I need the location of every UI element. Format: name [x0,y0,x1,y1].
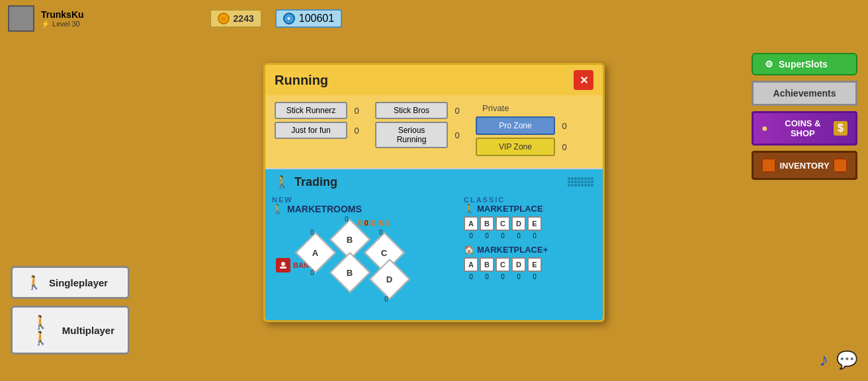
run-row-2: Just for fun 0 [275,122,362,139]
pro-zone-button[interactable]: Pro Zone [476,116,555,135]
vip-zone-count: 0 [559,142,570,152]
marketroom-icon: 🚶 [272,204,283,214]
serious-running-button[interactable]: Serious Running [375,122,448,148]
coins-shop-button[interactable]: ● COINS & SHOP $ [752,111,857,146]
gem-icon: ✦ [283,13,295,24]
dialog-header: Running ✕ [265,65,603,95]
mp-plus-slot-a[interactable]: A [464,257,478,272]
singleplayer-label: Singleplayer [49,277,108,288]
channel-count-2: 0 [452,130,462,140]
coins-shop-dollar: $ [834,121,847,136]
mp-plus-count-e: 0 [527,273,542,280]
coins-shop-label: COINS & SHOP [772,118,834,138]
mp-plus-count-a: 0 [464,273,478,280]
mp-slot-a[interactable]: A [464,216,478,231]
diamond-b2[interactable]: B [335,258,365,287]
mp-plus-slot-e[interactable]: E [527,257,542,272]
mp-counts-row1: 0 0 0 0 0 [464,232,596,239]
mp-plus-slot-d[interactable]: D [511,257,526,272]
superslots-icon: ⚙ [765,59,773,69]
vip-zone-button[interactable]: VIP Zone [476,138,555,156]
private-label: Private [482,103,509,113]
mp-plus-icon: 🏠 [464,245,474,255]
bid-count-top: 0 [365,220,369,227]
new-label: NEW [272,196,457,204]
discord-icon[interactable]: 💬 [836,350,857,370]
inventory-label: INVENTORY [779,161,829,171]
user-info: TrunksKu ⚡ Level 30 [41,9,84,28]
stick-runnerz-button[interactable]: Stick Runnerz [275,102,347,119]
music-icon[interactable]: ♪ [819,349,828,370]
diamond-d[interactable]: D 0 [375,265,404,294]
bank-icon [276,258,290,273]
stick-bros-button[interactable]: Stick Bros [375,102,448,119]
marketplace-plus-title: 🏠 MARKETPLACE+ [464,245,596,255]
grid-icon [568,177,593,187]
mp-slot-d[interactable]: D [511,216,526,231]
multiplayer-label: Multiplayer [62,325,114,336]
coins-icon: ● [761,122,768,134]
trading-body: NEW 🚶 MARKETROOMS BANK [265,192,603,320]
run-row-1: Stick Runnerz 0 [275,102,362,119]
mp-plus-count-d: 0 [511,273,526,280]
sidebar-right: ⚙ SuperSlots Achievements ● COINS & SHOP… [752,53,857,180]
trading-section: 🚶 Trading NEW 🚶 MARKETROOMS [265,169,603,320]
run-count-2: 0 [351,126,362,136]
diamond-a[interactable]: A 0 0 [301,238,330,267]
currency-gold-box: G 2243 [210,9,262,28]
diamond-b[interactable]: B 0 0 [335,225,365,254]
svg-point-0 [281,262,285,266]
zones-col: Private Pro Zone 0 VIP Zone 0 [476,102,570,159]
multiplayer-button[interactable]: 🚶🚶 Multiplayer [11,306,130,355]
header: TrunksKu ⚡ Level 30 G 2243 ✦ 100601 [0,0,868,37]
singleplayer-button[interactable]: 🚶 Singleplayer [11,266,130,299]
bottom-left-buttons: 🚶 Singleplayer 🚶🚶 Multiplayer [11,266,130,355]
marketroom-title: 🚶 MARKETROOMS [272,204,457,214]
mp-plus-slots-row1: A B C D E [464,257,596,272]
trading-title: 🚶 Trading [275,175,337,189]
inventory-button[interactable]: INVENTORY [752,151,857,180]
running-dialog: Running ✕ Stick Runnerz 0 Just for fun 0… [263,63,605,322]
mp-icon: 🚶 [464,204,474,214]
mp-count-b: 0 [480,232,494,239]
mp-slot-e[interactable]: E [527,216,542,231]
dialog-title: Running [275,73,328,88]
bottom-right-icons: ♪ 💬 [819,349,857,370]
inventory-icon-left [761,158,776,173]
gem-amount: 100601 [299,13,334,24]
run-count-1: 0 [351,106,362,116]
marketplace-plus-section: 🏠 MARKETPLACE+ A B C D E 0 0 0 0 [464,245,596,280]
mp-plus-count-c: 0 [496,273,510,280]
mp-slot-b[interactable]: B [480,216,494,231]
singleplayer-icon: 🚶 [26,275,42,290]
mp-plus-count-b: 0 [480,273,494,280]
superslots-label: SuperSlots [779,59,828,69]
channel-buttons-col: Stick Bros 0 Serious Running 0 [375,102,462,151]
gold-amount: 2243 [234,13,254,24]
achievements-button[interactable]: Achievements [752,81,857,106]
mp-count-c: 0 [496,232,510,239]
superslots-button[interactable]: ⚙ SuperSlots [752,53,857,75]
mp-slot-c[interactable]: C [496,216,510,231]
channel-row-1: Stick Bros 0 [375,102,462,119]
trading-header: 🚶 Trading [265,169,603,192]
trading-person-icon: 🚶 [275,175,289,189]
zone-row-2: VIP Zone 0 [476,138,570,156]
left-panel: NEW 🚶 MARKETROOMS BANK [272,196,457,312]
mp-plus-slot-b[interactable]: B [480,257,494,272]
gold-coin-icon: G [218,13,230,24]
multiplayer-icon: 🚶🚶 [26,314,56,346]
currency-gem-box: ✦ 100601 [275,9,342,28]
achievements-label: Achievements [773,88,836,99]
close-button[interactable]: ✕ [574,70,593,90]
marketplace-section: 🚶 MARKETPLACE A B C D E 0 0 0 0 [464,204,596,239]
zone-row-1: Pro Zone 0 [476,116,570,135]
inventory-icon-right [833,158,847,173]
user-level: ⚡ Level 30 [41,20,84,28]
avatar [8,5,34,32]
mp-plus-slot-c[interactable]: C [496,257,510,272]
just-for-fun-button[interactable]: Just for fun [275,122,347,139]
run-buttons-col: Stick Runnerz 0 Just for fun 0 [275,102,362,142]
mp-count-a: 0 [464,232,478,239]
mp-slots-row1: A B C D E [464,216,596,231]
